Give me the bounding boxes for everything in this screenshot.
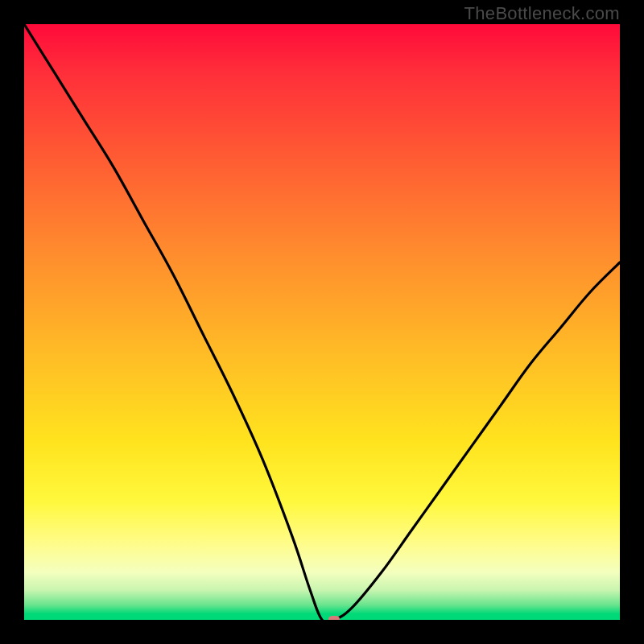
plot-area — [24, 24, 620, 620]
optimal-point-marker — [328, 616, 340, 620]
watermark-text: TheBottleneck.com — [464, 3, 620, 24]
chart-frame: TheBottleneck.com — [0, 0, 644, 644]
bottleneck-curve — [24, 24, 620, 620]
